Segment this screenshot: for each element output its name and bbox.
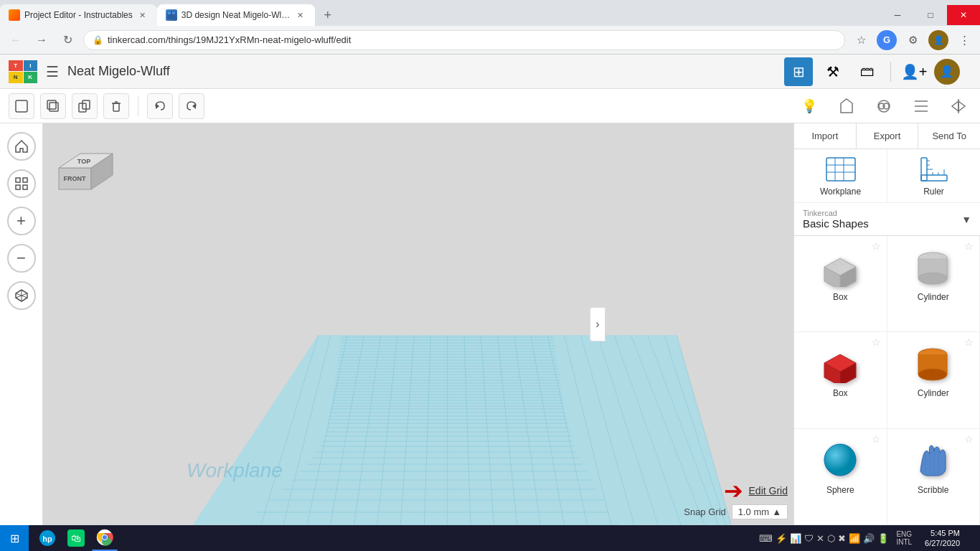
tab1-close[interactable]: ✕: [137, 9, 149, 21]
shape-star-icon-5[interactable]: ☆: [872, 433, 881, 445]
refresh-button[interactable]: ↻: [57, 30, 77, 50]
menu-icon[interactable]: ☰: [46, 63, 59, 80]
svg-text:🛍: 🛍: [71, 532, 81, 544]
tray-icon-7[interactable]: 📶: [849, 533, 860, 544]
more-icon[interactable]: ⋮: [954, 30, 974, 50]
forward-button[interactable]: →: [32, 30, 52, 50]
undo-button[interactable]: [147, 93, 173, 119]
bookmark-star-icon[interactable]: ☆: [851, 30, 871, 50]
workplane-watermark: Workplane: [187, 459, 283, 482]
export-button[interactable]: Export: [857, 123, 919, 149]
svg-rect-25: [23, 185, 27, 189]
tab2-close[interactable]: ✕: [295, 9, 306, 21]
tray-icon-4[interactable]: ✕: [816, 533, 824, 544]
grid-view-button[interactable]: ⊞: [784, 57, 813, 86]
box-button[interactable]: 🗃: [853, 57, 882, 86]
snap-grid-arrow: ▲: [772, 507, 781, 517]
mirror-icon[interactable]: [946, 93, 971, 119]
align-icon[interactable]: [908, 93, 934, 119]
add-user-button[interactable]: 👤+: [900, 57, 928, 86]
ruler-tool[interactable]: Ruler: [887, 149, 980, 202]
tray-icon-6[interactable]: ✖: [838, 533, 846, 544]
svg-point-15: [883, 103, 889, 109]
hammer-button[interactable]: ⚒: [819, 57, 847, 86]
battery-icon[interactable]: 🔋: [877, 533, 889, 544]
svg-rect-24: [16, 185, 20, 189]
shape-star-icon-3[interactable]: ☆: [872, 336, 881, 348]
back-button[interactable]: ←: [6, 30, 26, 50]
zoom-out-button[interactable]: −: [7, 244, 36, 273]
send-to-button[interactable]: Send To: [918, 123, 980, 149]
browser-tab-bar: Project Editor - Instructables ✕ 3D desi…: [0, 0, 980, 26]
extensions-icon[interactable]: ⚙: [903, 30, 923, 50]
copy-stamp-button[interactable]: [72, 93, 98, 119]
google-account-icon[interactable]: G: [877, 30, 897, 50]
shapes-category-dropdown[interactable]: Tinkercad Basic Shapes ▼: [794, 203, 980, 236]
3d-view-button[interactable]: [7, 281, 36, 310]
new-tab-button[interactable]: +: [318, 5, 338, 25]
notification2-icon[interactable]: 📊: [790, 533, 801, 544]
volume-icon[interactable]: 🔊: [863, 533, 875, 544]
browser-tab-1[interactable]: Project Editor - Instructables ✕: [0, 4, 157, 26]
browser-tab-2[interactable]: 3D design Neat Migelo-Wluff | T... ✕: [157, 4, 315, 26]
app-title: Neat Migelo-Wluff: [67, 64, 776, 79]
svg-rect-4: [50, 103, 58, 111]
shapes-grid: ☆ Box: [794, 236, 980, 525]
shape-star-icon-4[interactable]: ☆: [964, 336, 974, 348]
notification1-icon[interactable]: ⚡: [776, 533, 787, 544]
chrome-taskbar-icon[interactable]: [92, 525, 118, 551]
delete-button[interactable]: [103, 93, 129, 119]
box-red-image: [815, 341, 865, 384]
sphere-blue-image: [815, 438, 865, 481]
close-button[interactable]: ✕: [947, 5, 980, 25]
fit-view-button[interactable]: [7, 169, 36, 198]
shape-cylinder-orange[interactable]: ☆ Cylinder: [887, 332, 981, 428]
shape-hint-icon[interactable]: [834, 93, 859, 119]
minimize-button[interactable]: ─: [881, 5, 914, 25]
collapse-panel-button[interactable]: ›: [590, 307, 606, 342]
norton-icon[interactable]: 🛡: [804, 533, 814, 544]
tray-icon-5[interactable]: ⬡: [827, 533, 835, 544]
shape-star-icon-6[interactable]: ☆: [964, 433, 974, 445]
tab2-label: 3D design Neat Migelo-Wluff | T...: [182, 10, 291, 20]
clock-time: 5:45 PM: [930, 528, 960, 538]
store-icon[interactable]: 🛍: [63, 525, 89, 551]
import-button[interactable]: Import: [794, 123, 857, 149]
shapes-section-label: Tinkercad: [803, 209, 956, 217]
snap-grid-value: 1.0 mm: [738, 507, 769, 517]
profile-icon[interactable]: 👤: [928, 30, 948, 50]
snap-grid-select[interactable]: 1.0 mm ▲: [732, 504, 788, 519]
group-icon[interactable]: [871, 93, 897, 119]
svg-point-13: [878, 100, 890, 112]
workplane-grid: [43, 123, 793, 525]
tray-clock[interactable]: 5:45 PM 6/27/2020: [919, 528, 966, 549]
zoom-in-button[interactable]: +: [7, 207, 36, 235]
shape-box-gray[interactable]: ☆ Box: [794, 236, 887, 332]
edit-grid-link[interactable]: Edit Grid: [749, 485, 788, 496]
main-layout: + −: [0, 123, 980, 525]
svg-rect-3: [16, 100, 27, 112]
address-bar[interactable]: 🔒 tinkercad.com/things/19MJ21YxRMn-neat-…: [83, 30, 845, 50]
hp-icon[interactable]: hp: [34, 525, 60, 551]
shape-scribble[interactable]: ☆ Scribble: [887, 429, 981, 525]
shape-box-red[interactable]: ☆ Box: [794, 332, 887, 428]
new-shape-button[interactable]: [9, 93, 34, 119]
home-view-button[interactable]: [7, 132, 36, 161]
view-cube[interactable]: TOP FRONT: [52, 132, 116, 197]
user-profile-avatar[interactable]: 👤: [934, 59, 960, 85]
svg-point-147: [918, 369, 947, 380]
viewport[interactable]: TOP FRONT Workplane › ➔ Edit Grid Snap G…: [43, 123, 793, 525]
keyboard-tray-icon[interactable]: ⌨: [759, 533, 773, 544]
light-bulb-icon[interactable]: 💡: [796, 93, 822, 119]
shape-sphere-blue[interactable]: ☆ Sphere: [794, 429, 887, 525]
start-button[interactable]: ⊞: [0, 525, 29, 551]
shape-cylinder-gray[interactable]: ☆ Cylinde: [887, 236, 981, 332]
show-desktop-button[interactable]: [969, 525, 974, 551]
duplicate-button[interactable]: [40, 93, 66, 119]
shape-star-icon-2[interactable]: ☆: [964, 240, 974, 252]
maximize-button[interactable]: □: [914, 5, 947, 25]
svg-text:hp: hp: [42, 534, 52, 543]
shape-star-icon-1[interactable]: ☆: [872, 240, 881, 252]
workplane-tool[interactable]: Workplane: [794, 149, 887, 202]
redo-button[interactable]: [179, 93, 204, 119]
